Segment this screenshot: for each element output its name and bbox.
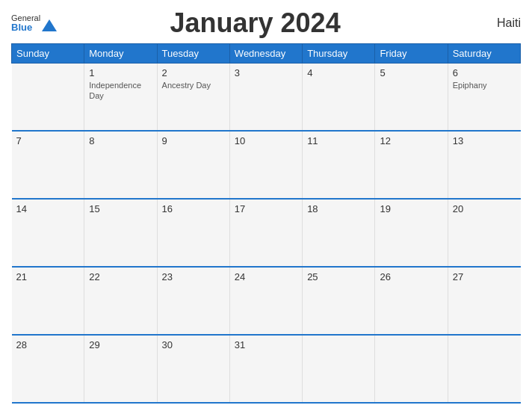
calendar-cell: 28	[12, 335, 84, 403]
weekday-header-monday: Monday	[84, 44, 157, 64]
calendar-cell: 4	[303, 64, 375, 132]
weekday-header-friday: Friday	[375, 44, 448, 64]
logo: General Blue	[11, 13, 57, 33]
calendar-cell: 11	[303, 131, 375, 199]
calendar-week-row: 14151617181920	[12, 199, 521, 267]
weekday-header-tuesday: Tuesday	[157, 44, 229, 64]
date-number: 9	[162, 135, 225, 146]
date-number: 24	[235, 271, 297, 282]
calendar-cell: 18	[303, 199, 375, 267]
calendar-cell: 1Independence Day	[84, 64, 157, 132]
date-number: 11	[307, 135, 370, 146]
date-number: 31	[235, 339, 297, 350]
date-number: 4	[307, 67, 370, 78]
calendar-cell: 30	[157, 335, 229, 403]
date-number: 29	[89, 339, 152, 350]
calendar-cell: 24	[229, 267, 302, 335]
calendar-cell: 13	[448, 131, 520, 199]
calendar-cell: 10	[229, 131, 302, 199]
holiday-name: Independence Day	[89, 80, 152, 102]
date-number: 12	[380, 135, 442, 146]
logo-triangle-icon	[42, 19, 57, 31]
calendar-cell: 9	[157, 131, 229, 199]
date-number: 15	[89, 203, 152, 214]
holiday-name: Ancestry Day	[162, 80, 225, 90]
date-number: 22	[89, 271, 152, 282]
calendar-cell: 19	[375, 199, 448, 267]
date-number: 16	[162, 203, 225, 214]
calendar-cell: 2Ancestry Day	[157, 64, 229, 132]
date-number: 26	[380, 271, 442, 282]
logo-blue-text: Blue	[11, 22, 40, 33]
calendar-cell	[375, 335, 448, 403]
date-number: 18	[307, 203, 370, 214]
date-number: 20	[453, 203, 516, 214]
date-number: 17	[235, 203, 297, 214]
logo-text: General Blue	[11, 13, 40, 33]
calendar-week-row: 21222324252627	[12, 267, 521, 335]
date-number: 21	[16, 271, 80, 282]
calendar-cell	[303, 335, 375, 403]
calendar-cell: 23	[157, 267, 229, 335]
calendar-cell	[12, 64, 84, 132]
calendar-cell: 25	[303, 267, 375, 335]
date-number: 30	[162, 339, 225, 350]
calendar-cell: 27	[448, 267, 520, 335]
date-number: 25	[307, 271, 370, 282]
weekday-header-row: SundayMondayTuesdayWednesdayThursdayFrid…	[12, 44, 521, 64]
calendar-cell: 29	[84, 335, 157, 403]
calendar-table: SundayMondayTuesdayWednesdayThursdayFrid…	[11, 43, 521, 404]
calendar-cell: 3	[229, 64, 302, 132]
calendar-cell: 5	[375, 64, 448, 132]
calendar-cell: 22	[84, 267, 157, 335]
calendar-cell: 16	[157, 199, 229, 267]
calendar-week-row: 78910111213	[12, 131, 521, 199]
calendar-cell: 20	[448, 199, 520, 267]
date-number: 8	[89, 135, 152, 146]
calendar-page: General Blue January 2024 Haiti SundayMo…	[0, 0, 532, 411]
date-number: 10	[235, 135, 297, 146]
calendar-cell: 26	[375, 267, 448, 335]
calendar-week-row: 1Independence Day2Ancestry Day3456Epipha…	[12, 64, 521, 132]
country-name: Haiti	[454, 16, 521, 30]
date-number: 3	[235, 67, 297, 78]
calendar-cell: 8	[84, 131, 157, 199]
weekday-header-sunday: Sunday	[12, 44, 84, 64]
date-number: 7	[16, 135, 80, 146]
calendar-cell: 21	[12, 267, 84, 335]
holiday-name: Epiphany	[453, 80, 516, 90]
date-number: 5	[380, 67, 442, 78]
calendar-cell: 31	[229, 335, 302, 403]
calendar-header: General Blue January 2024 Haiti	[11, 7, 521, 39]
calendar-cell: 15	[84, 199, 157, 267]
calendar-cell: 17	[229, 199, 302, 267]
date-number: 13	[453, 135, 516, 146]
calendar-week-row: 28293031	[12, 335, 521, 403]
date-number: 28	[16, 339, 80, 350]
calendar-cell: 7	[12, 131, 84, 199]
calendar-cell: 12	[375, 131, 448, 199]
date-number: 1	[89, 67, 152, 78]
date-number: 14	[16, 203, 80, 214]
date-number: 27	[453, 271, 516, 282]
date-number: 6	[453, 67, 516, 78]
weekday-header-wednesday: Wednesday	[229, 44, 302, 64]
date-number: 23	[162, 271, 225, 282]
calendar-title: January 2024	[57, 7, 454, 39]
weekday-header-thursday: Thursday	[303, 44, 375, 64]
calendar-cell: 6Epiphany	[448, 64, 520, 132]
date-number: 2	[162, 67, 225, 78]
calendar-cell	[448, 335, 520, 403]
weekday-header-saturday: Saturday	[448, 44, 520, 64]
date-number: 19	[380, 203, 442, 214]
calendar-cell: 14	[12, 199, 84, 267]
